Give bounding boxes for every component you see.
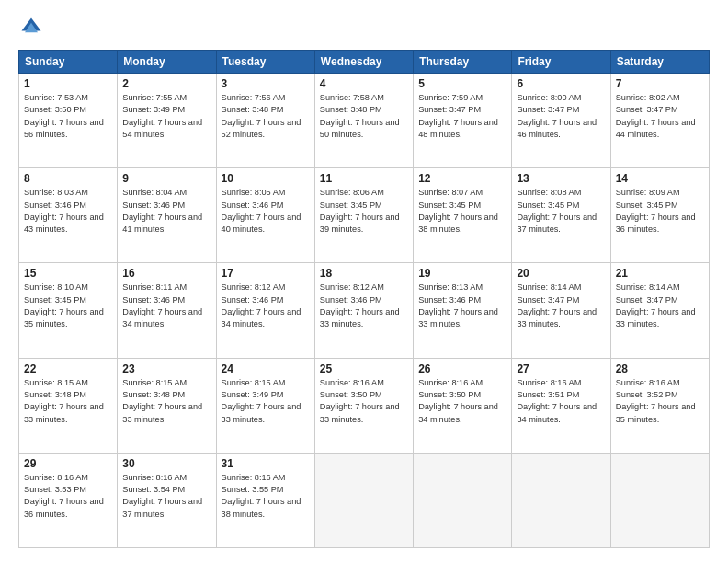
logo-icon	[18, 15, 44, 40]
table-row: 2 Sunrise: 7:55 AM Sunset: 3:49 PM Dayli…	[118, 74, 216, 168]
day-number: 1	[24, 77, 112, 90]
cell-info: Sunrise: 8:10 AM Sunset: 3:45 PM Dayligh…	[24, 282, 112, 330]
cell-info: Sunrise: 8:08 AM Sunset: 3:45 PM Dayligh…	[517, 187, 605, 236]
day-number: 25	[320, 362, 408, 375]
cell-info: Sunrise: 8:16 AM Sunset: 3:55 PM Dayligh…	[222, 472, 310, 521]
sunset-label: Sunset: 3:45 PM	[320, 201, 382, 210]
col-thursday: Thursday	[414, 51, 512, 74]
cell-info: Sunrise: 7:55 AM Sunset: 3:49 PM Dayligh…	[122, 92, 210, 141]
calendar-table: Sunday Monday Tuesday Wednesday Thursday…	[18, 50, 710, 548]
sunset-label: Sunset: 3:47 PM	[517, 295, 579, 304]
table-row: 29 Sunrise: 8:16 AM Sunset: 3:53 PM Dayl…	[19, 453, 118, 547]
sunrise-label: Sunrise: 8:12 AM	[222, 282, 286, 292]
table-row: 8 Sunrise: 8:03 AM Sunset: 3:46 PM Dayli…	[19, 168, 118, 263]
calendar-week-row: 22 Sunrise: 8:15 AM Sunset: 3:48 PM Dayl…	[19, 358, 710, 453]
table-row: 12 Sunrise: 8:07 AM Sunset: 3:45 PM Dayl…	[414, 168, 512, 263]
daylight-label: Daylight: 7 hours and 37 minutes.	[122, 497, 202, 518]
daylight-label: Daylight: 7 hours and 36 minutes.	[24, 497, 104, 518]
cell-info: Sunrise: 8:16 AM Sunset: 3:50 PM Dayligh…	[418, 377, 506, 426]
cell-info: Sunrise: 8:09 AM Sunset: 3:45 PM Dayligh…	[616, 187, 704, 236]
sunrise-label: Sunrise: 7:56 AM	[222, 93, 286, 102]
daylight-label: Daylight: 7 hours and 39 minutes.	[320, 213, 400, 234]
table-row: 28 Sunrise: 8:16 AM Sunset: 3:52 PM Dayl…	[610, 358, 709, 453]
cell-info: Sunrise: 8:16 AM Sunset: 3:54 PM Dayligh…	[122, 472, 210, 521]
daylight-label: Daylight: 7 hours and 33 minutes.	[517, 307, 597, 328]
sunset-label: Sunset: 3:46 PM	[122, 201, 185, 210]
header	[18, 15, 710, 40]
table-row: 22 Sunrise: 8:15 AM Sunset: 3:48 PM Dayl…	[19, 358, 118, 453]
sunrise-label: Sunrise: 8:15 AM	[24, 378, 88, 387]
daylight-label: Daylight: 7 hours and 46 minutes.	[517, 118, 597, 139]
cell-info: Sunrise: 8:02 AM Sunset: 3:47 PM Dayligh…	[616, 92, 704, 141]
daylight-label: Daylight: 7 hours and 35 minutes.	[616, 402, 696, 423]
daylight-label: Daylight: 7 hours and 40 minutes.	[222, 213, 301, 234]
daylight-label: Daylight: 7 hours and 48 minutes.	[418, 118, 498, 139]
calendar-week-row: 1 Sunrise: 7:53 AM Sunset: 3:50 PM Dayli…	[19, 74, 710, 168]
daylight-label: Daylight: 7 hours and 34 minutes.	[122, 307, 202, 328]
calendar-week-row: 15 Sunrise: 8:10 AM Sunset: 3:45 PM Dayl…	[19, 263, 710, 358]
sunset-label: Sunset: 3:54 PM	[122, 485, 185, 494]
sunrise-label: Sunrise: 8:11 AM	[122, 282, 187, 292]
table-row	[414, 453, 512, 547]
cell-info: Sunrise: 8:15 AM Sunset: 3:49 PM Dayligh…	[222, 377, 310, 426]
daylight-label: Daylight: 7 hours and 36 minutes.	[616, 213, 696, 234]
sunset-label: Sunset: 3:46 PM	[24, 201, 86, 210]
sunset-label: Sunset: 3:46 PM	[122, 295, 185, 304]
sunrise-label: Sunrise: 8:13 AM	[418, 282, 483, 292]
sunrise-label: Sunrise: 8:16 AM	[320, 378, 384, 387]
day-number: 15	[24, 267, 112, 280]
sunset-label: Sunset: 3:51 PM	[517, 390, 579, 399]
sunset-label: Sunset: 3:55 PM	[222, 485, 284, 494]
day-number: 12	[418, 172, 506, 185]
sunset-label: Sunset: 3:45 PM	[517, 201, 579, 210]
calendar-header-row: Sunday Monday Tuesday Wednesday Thursday…	[19, 51, 710, 74]
daylight-label: Daylight: 7 hours and 33 minutes.	[222, 402, 301, 423]
day-number: 20	[517, 267, 605, 280]
sunrise-label: Sunrise: 8:02 AM	[616, 93, 680, 102]
sunset-label: Sunset: 3:52 PM	[616, 390, 678, 399]
table-row: 31 Sunrise: 8:16 AM Sunset: 3:55 PM Dayl…	[216, 453, 314, 547]
day-number: 7	[616, 77, 704, 90]
daylight-label: Daylight: 7 hours and 33 minutes.	[122, 402, 202, 423]
table-row: 15 Sunrise: 8:10 AM Sunset: 3:45 PM Dayl…	[19, 263, 118, 358]
table-row: 17 Sunrise: 8:12 AM Sunset: 3:46 PM Dayl…	[216, 263, 314, 358]
sunset-label: Sunset: 3:49 PM	[222, 390, 284, 399]
sunrise-label: Sunrise: 8:15 AM	[122, 378, 187, 387]
cell-info: Sunrise: 8:16 AM Sunset: 3:53 PM Dayligh…	[24, 472, 112, 521]
sunrise-label: Sunrise: 8:12 AM	[320, 282, 384, 292]
day-number: 30	[122, 457, 210, 470]
day-number: 19	[418, 267, 506, 280]
day-number: 29	[24, 457, 112, 470]
sunset-label: Sunset: 3:49 PM	[122, 105, 185, 114]
cell-info: Sunrise: 8:12 AM Sunset: 3:46 PM Dayligh…	[222, 282, 310, 330]
table-row: 21 Sunrise: 8:14 AM Sunset: 3:47 PM Dayl…	[610, 263, 709, 358]
day-number: 26	[418, 362, 506, 375]
sunrise-label: Sunrise: 8:16 AM	[418, 378, 483, 387]
cell-info: Sunrise: 8:05 AM Sunset: 3:46 PM Dayligh…	[222, 187, 310, 236]
cell-info: Sunrise: 8:16 AM Sunset: 3:52 PM Dayligh…	[616, 377, 704, 426]
table-row: 25 Sunrise: 8:16 AM Sunset: 3:50 PM Dayl…	[314, 358, 413, 453]
sunrise-label: Sunrise: 7:55 AM	[122, 93, 187, 102]
cell-info: Sunrise: 8:11 AM Sunset: 3:46 PM Dayligh…	[122, 282, 210, 330]
cell-info: Sunrise: 8:15 AM Sunset: 3:48 PM Dayligh…	[122, 377, 210, 426]
sunrise-label: Sunrise: 8:16 AM	[616, 378, 680, 387]
sunrise-label: Sunrise: 8:05 AM	[222, 188, 286, 197]
daylight-label: Daylight: 7 hours and 34 minutes.	[418, 402, 498, 423]
cell-info: Sunrise: 8:03 AM Sunset: 3:46 PM Dayligh…	[24, 187, 112, 236]
day-number: 18	[320, 267, 408, 280]
daylight-label: Daylight: 7 hours and 37 minutes.	[517, 213, 597, 234]
sunrise-label: Sunrise: 8:16 AM	[517, 378, 581, 387]
table-row	[610, 453, 709, 547]
daylight-label: Daylight: 7 hours and 38 minutes.	[418, 213, 498, 234]
table-row: 14 Sunrise: 8:09 AM Sunset: 3:45 PM Dayl…	[610, 168, 709, 263]
day-number: 2	[122, 77, 210, 90]
sunset-label: Sunset: 3:48 PM	[222, 105, 284, 114]
table-row: 11 Sunrise: 8:06 AM Sunset: 3:45 PM Dayl…	[314, 168, 413, 263]
table-row: 9 Sunrise: 8:04 AM Sunset: 3:46 PM Dayli…	[118, 168, 216, 263]
table-row: 26 Sunrise: 8:16 AM Sunset: 3:50 PM Dayl…	[414, 358, 512, 453]
sunrise-label: Sunrise: 8:09 AM	[616, 188, 680, 197]
sunset-label: Sunset: 3:48 PM	[122, 390, 185, 399]
sunset-label: Sunset: 3:50 PM	[24, 105, 86, 114]
day-number: 3	[222, 77, 310, 90]
day-number: 16	[122, 267, 210, 280]
